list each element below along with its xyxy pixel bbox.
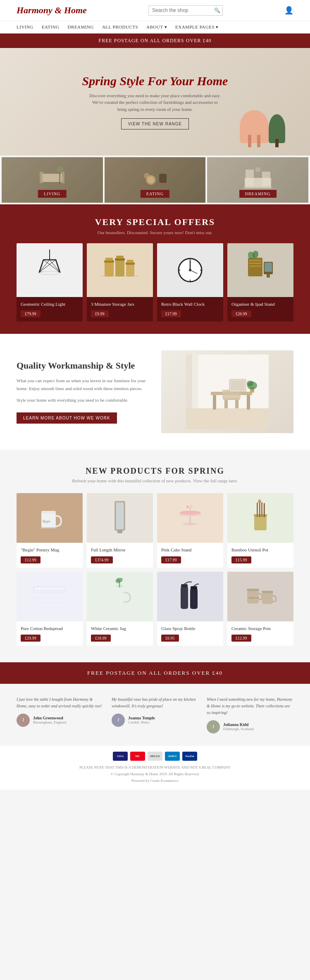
ceramic-jug-icon xyxy=(107,578,132,615)
product-card-spray[interactable]: Glass Spray Bottle £6.95 xyxy=(157,572,223,646)
offers-grid: Geometric Ceiling Light £79.99 xyxy=(17,243,293,321)
category-eating[interactable]: EATING xyxy=(105,157,206,203)
cake-stand-icon xyxy=(176,499,205,537)
quality-image xyxy=(161,350,293,433)
search-icon[interactable]: 🔍 xyxy=(214,7,220,14)
product-card-ceramic-jug[interactable]: White Ceramic Jug £18.99 xyxy=(87,572,153,646)
footer-powered: Powered by Create Ecommerce xyxy=(6,777,304,784)
testimonial-3: When I need something new for my home, H… xyxy=(207,696,293,733)
product-price-bamboo[interactable]: £15.99 xyxy=(231,556,251,563)
offer-price-clock[interactable]: £17.99 xyxy=(161,310,181,317)
svg-rect-58 xyxy=(213,395,216,410)
svg-rect-45 xyxy=(249,260,261,261)
offer-price-organiser[interactable]: £26.99 xyxy=(231,310,251,317)
svg-rect-54 xyxy=(186,408,269,429)
product-name-cake: Pink Cake Stand xyxy=(161,547,219,553)
product-price-mirror[interactable]: £374.99 xyxy=(91,556,113,563)
product-card-bamboo[interactable]: Bamboo Utensil Pot £15.99 xyxy=(227,493,293,567)
svg-point-81 xyxy=(189,508,191,509)
hero-section: Spring Style For Your Home Discover ever… xyxy=(0,48,310,156)
category-dreaming[interactable]: DREAMING xyxy=(207,157,308,203)
nav-eating[interactable]: EATING xyxy=(42,24,60,30)
offer-card-clock[interactable]: Retro Black Wall Clock £17.99 xyxy=(157,243,223,321)
hero-cta-button[interactable]: VIEW THE NEW RANGE xyxy=(121,118,189,129)
svg-rect-2 xyxy=(40,172,43,183)
payment-visa: VISA xyxy=(113,752,128,761)
product-name-ceramic-jug: White Ceramic Jug xyxy=(91,625,149,631)
storage-pots-icon: Espresso xyxy=(244,578,277,615)
svg-rect-49 xyxy=(265,263,272,272)
product-price-spray[interactable]: £6.95 xyxy=(161,635,179,642)
product-name-cotton: Pure Cotton Bedspread xyxy=(21,625,79,631)
testimonial-3-avatar: J xyxy=(207,720,220,733)
payment-mastercard: MC xyxy=(130,752,145,761)
product-card-cotton[interactable]: Pure Cotton Bedspread £29.99 xyxy=(17,572,83,646)
svg-rect-108 xyxy=(262,592,273,604)
svg-rect-62 xyxy=(235,400,238,408)
search-bar[interactable]: 🔍 xyxy=(148,5,223,16)
testimonial-1: I just love the table I bought from Harm… xyxy=(17,696,103,733)
svg-point-15 xyxy=(255,167,260,172)
quality-text: Quality Workmanship & Style What you can… xyxy=(17,360,149,424)
offer-name-jars: 3 Minature Storage Jars xyxy=(91,301,149,307)
nav-dreaming[interactable]: DREAMING xyxy=(68,24,94,30)
product-img-ceramic-jug xyxy=(87,572,153,621)
header: Harmony & Home 🔍 👤 LIVING EATING DREAMIN… xyxy=(0,0,310,34)
hero-decoration xyxy=(236,93,285,147)
nav-all-products[interactable]: ALL PRODUCTS xyxy=(102,24,138,30)
product-price-storage-pots[interactable]: £12.99 xyxy=(231,635,251,642)
offer-card-ceiling-light[interactable]: Geometric Ceiling Light £79.99 xyxy=(17,243,83,321)
svg-rect-27 xyxy=(105,258,113,261)
testimonial-3-location: Edinburgh, Scotland xyxy=(223,727,254,731)
product-img-mirror xyxy=(87,493,153,543)
offer-name-organiser: Organiser & Ipad Stand xyxy=(231,301,289,307)
offer-price-ceiling-light[interactable]: £79.99 xyxy=(21,310,41,317)
svg-rect-70 xyxy=(41,511,56,513)
product-card-mirror[interactable]: Full Length Mirror £374.99 xyxy=(87,493,153,567)
banner-top: FREE POSTAGE ON ALL ORDERS OVER £40 xyxy=(0,34,310,48)
svg-rect-13 xyxy=(246,170,254,186)
svg-rect-47 xyxy=(249,266,261,267)
product-name-spray: Glass Spray Bottle xyxy=(161,625,219,631)
product-card-cake[interactable]: Pink Cake Stand £17.99 xyxy=(157,493,223,567)
testimonial-3-text: When I need something new for my home, H… xyxy=(207,696,293,716)
nav-example-pages[interactable]: EXAMPLE PAGES ▾ xyxy=(175,24,219,30)
offer-card-jars[interactable]: 3 Minature Storage Jars £9.99 xyxy=(87,243,153,321)
category-living[interactable]: LIVING xyxy=(2,157,103,203)
svg-rect-101 xyxy=(181,586,188,609)
svg-text:Begin: Begin xyxy=(43,520,50,523)
banner-bottom: FREE POSTAGE ON ALL ORDERS OVER £40 xyxy=(0,662,310,684)
site-logo[interactable]: Harmony & Home xyxy=(17,5,87,16)
svg-point-79 xyxy=(186,506,189,508)
svg-point-83 xyxy=(183,523,198,525)
spray-bottle-icon xyxy=(176,578,205,615)
svg-rect-5 xyxy=(59,173,60,183)
pottery-mug-icon: Begin xyxy=(37,499,62,537)
testimonial-3-author: J Julianna Kidd Edinburgh, Scotland xyxy=(207,720,293,733)
search-input[interactable] xyxy=(152,7,214,13)
offer-price-jars[interactable]: £9.99 xyxy=(91,310,109,317)
svg-point-10 xyxy=(144,173,150,179)
mirror-icon xyxy=(107,499,132,537)
product-price-mug[interactable]: £12.99 xyxy=(21,556,41,563)
nav-living[interactable]: LIVING xyxy=(17,24,33,30)
product-card-mug[interactable]: Begin "Begin" Pottery Mug £12.99 xyxy=(17,493,83,567)
product-price-cake[interactable]: £17.99 xyxy=(161,556,181,563)
offer-card-organiser[interactable]: Organiser & Ipad Stand £26.99 xyxy=(227,243,293,321)
svg-rect-82 xyxy=(189,515,191,523)
svg-rect-88 xyxy=(261,502,262,517)
wall-clock-icon xyxy=(176,249,205,291)
hero-title: Spring Style For Your Home xyxy=(82,74,228,88)
nav-about[interactable]: ABOUT ▾ xyxy=(146,24,167,30)
svg-rect-75 xyxy=(117,530,122,533)
new-products-title: NEW PRODUCTS FOR SPRING xyxy=(17,466,293,476)
product-img-bamboo xyxy=(227,493,293,543)
product-price-cotton[interactable]: £29.99 xyxy=(21,635,41,642)
svg-rect-65 xyxy=(231,381,245,391)
user-icon[interactable]: 👤 xyxy=(284,6,293,15)
offer-img-ceiling-light xyxy=(17,243,83,297)
testimonial-2: My beautiful vase has pride of place on … xyxy=(112,696,198,733)
product-card-storage-pots[interactable]: Espresso Ceramic Storage Pots £12.99 xyxy=(227,572,293,646)
quality-cta-button[interactable]: LEARN MORE ABOUT HOW WE WORK xyxy=(17,412,117,424)
product-price-ceramic-jug[interactable]: £18.99 xyxy=(91,635,111,642)
